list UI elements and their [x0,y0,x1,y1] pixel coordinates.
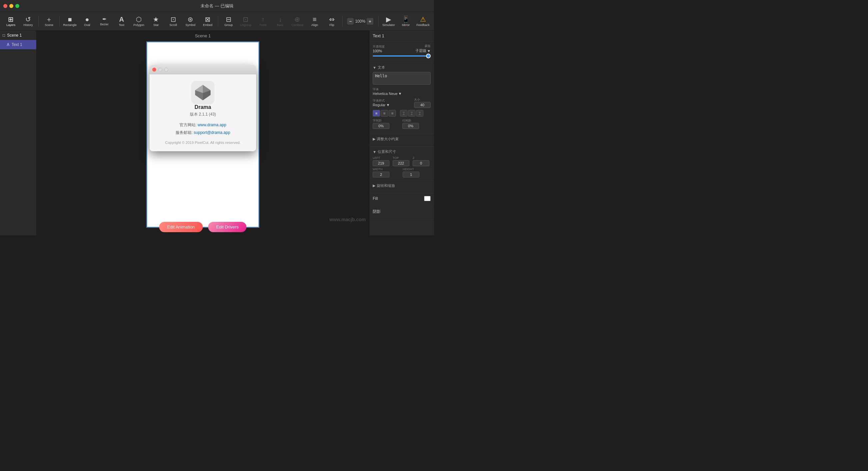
about-dialog: Drama 版本 2.1.1 (43) 官方网站: www.drama.app … [150,65,256,151]
line-spacing-input[interactable] [402,123,419,129]
opacity-value: 100% [373,49,401,53]
separator-5 [378,16,378,27]
add-icon: ＋ [45,16,52,23]
toolbar-item-mirror[interactable]: 📱 Mirror [398,13,414,30]
line-spacing-label: 行间距 [402,119,431,123]
zoom-plus-button[interactable]: + [367,18,373,25]
position-collapse-icon: ▼ [373,150,376,154]
toolbar-item-symbol[interactable]: ⊛ Symbol [182,13,199,30]
font-size-input[interactable]: 40 [414,102,431,108]
drama-logo [191,81,215,104]
dialog-close-button[interactable] [152,68,156,72]
toolbar-item-layers[interactable]: ⊞ Layers [3,13,19,30]
toolbar-item-flip[interactable]: ⇔ Flip [324,13,340,30]
text-layer-icon: A [7,42,10,47]
toolbar-item-scene[interactable]: ＋ Scene [41,13,57,30]
font-label: 字体 [373,87,431,92]
toolbar-item-align[interactable]: ≡ Align [306,13,323,30]
spacing-row: 字间距 行间距 [373,119,431,129]
dialog-email-link[interactable]: support@drama.app [194,130,230,135]
text-section-collapse-icon: ▼ [373,66,376,70]
letter-spacing-label: 字间距 [373,119,401,123]
shadow-row: 阴影 [373,209,431,215]
toolbar-item-oval[interactable]: ● Oval [79,13,96,30]
right-panel: Text 1 不透明度 100% 蒙版 子层级 ▼ [369,31,434,236]
opacity-slider[interactable] [373,55,431,57]
dialog-website-link[interactable]: www.drama.app [197,123,226,127]
align-center-button[interactable]: ≡ [381,110,388,117]
bottom-buttons: Edit Animation Edit Drivers [159,222,246,232]
width-label: WIDTH [373,167,401,171]
position-section: ▼ 位置和尺寸 LEFT TOP Z WIDTH [369,147,434,181]
zoom-control: − 100% + [344,18,376,25]
toolbar-item-star[interactable]: ★ Star [148,13,164,30]
left-input[interactable] [373,160,390,166]
text-section-title: 文本 [378,65,385,70]
align-left-button[interactable]: ≡ [373,110,380,117]
symbol-icon: ⊛ [188,16,193,23]
fill-color-swatch[interactable] [424,196,431,201]
valign-top-button[interactable]: ⌶ [400,110,407,117]
layer-item-text1[interactable]: A Text 1 [0,40,36,49]
dialog-maximize-button[interactable] [164,68,168,72]
letter-spacing-input[interactable] [373,123,390,129]
position-title: 位置和尺寸 [378,149,396,154]
dialog-minimize-button[interactable] [158,68,162,72]
maximize-button[interactable] [15,4,19,8]
font-style-dropdown[interactable]: Regular ▼ [373,103,413,107]
valign-bottom-button[interactable]: ⌶ [416,110,423,117]
toolbar: ⊞ Layers ↺ History ＋ Scene ■ Rectangle ●… [0,12,434,31]
separator-3 [218,16,218,27]
zoom-minus-button[interactable]: − [347,18,354,25]
close-button[interactable] [3,4,7,8]
combine-icon: ⊕ [294,16,300,23]
constraints-section-header[interactable]: ▶ 调整大小约束 [373,136,431,142]
sublayer-label: 蒙版 [402,44,431,48]
canvas-frame[interactable]: Drama 版本 2.1.1 (43) 官方网站: www.drama.app … [146,41,259,228]
top-label: TOP [393,156,411,160]
minimize-button[interactable] [9,4,13,8]
text-section-header[interactable]: ▼ 文本 [373,65,431,70]
toolbar-item-polygon[interactable]: ⬡ Polygon [130,13,147,30]
position-row1: LEFT TOP Z [373,156,431,166]
z-input[interactable] [413,160,429,166]
toolbar-item-bezier[interactable]: ✒ Bezier [96,13,113,30]
layer-label-text1: Text 1 [12,42,22,47]
transform-section-header[interactable]: ▶ 旋转和缩放 [373,183,431,188]
zoom-value: 100% [355,19,365,24]
fill-row: Fill [373,196,431,201]
window-controls[interactable] [3,4,19,8]
scroll-icon: ⊡ [170,16,176,23]
oval-icon: ● [85,16,89,23]
text-content-field[interactable]: Hello [373,72,431,85]
edit-drivers-button[interactable]: Edit Drivers [208,222,246,232]
font-style-value: Regular [373,103,386,107]
toolbar-item-text[interactable]: A Text [113,13,130,30]
toolbar-item-group[interactable]: ⊟ Group [220,13,237,30]
valign-middle-button[interactable]: ⌶ [408,110,415,117]
left-field: LEFT [373,156,391,166]
toolbar-item-simulator[interactable]: ▶ Simulator [380,13,397,30]
feedback-icon: ⚠ [420,16,426,23]
toolbar-item-rectangle[interactable]: ■ Rectangle [62,13,78,30]
z-label: Z [413,156,431,160]
edit-animation-button[interactable]: Edit Animation [159,222,203,232]
dialog-app-name: Drama [194,104,211,110]
titlebar: 未命名 — 已编辑 [0,0,434,12]
toolbar-item-history[interactable]: ↺ History [20,13,37,30]
toolbar-item-embed[interactable]: ⊠ Embed [199,13,216,30]
top-input[interactable] [393,160,409,166]
transform-collapse-icon: ▶ [373,184,375,188]
font-value-dropdown[interactable]: Helvetica Neue ▼ [373,92,431,96]
align-right-button[interactable]: ≡ [389,110,396,117]
position-section-header[interactable]: ▼ 位置和尺寸 [373,149,431,154]
opacity-slider-thumb[interactable] [426,54,431,58]
width-input[interactable] [373,171,390,178]
dialog-copyright: Copyright © 2019 PixelCut. All rights re… [165,140,241,145]
rectangle-icon: ■ [68,16,72,23]
toolbar-item-scroll[interactable]: ⊡ Scroll [165,13,182,30]
layer-item-scene1[interactable]: □ Scene 1 [0,31,36,40]
toolbar-item-feedback[interactable]: ⚠ Feedback [415,13,431,30]
mirror-icon: 📱 [402,16,410,23]
height-input[interactable] [403,171,420,178]
